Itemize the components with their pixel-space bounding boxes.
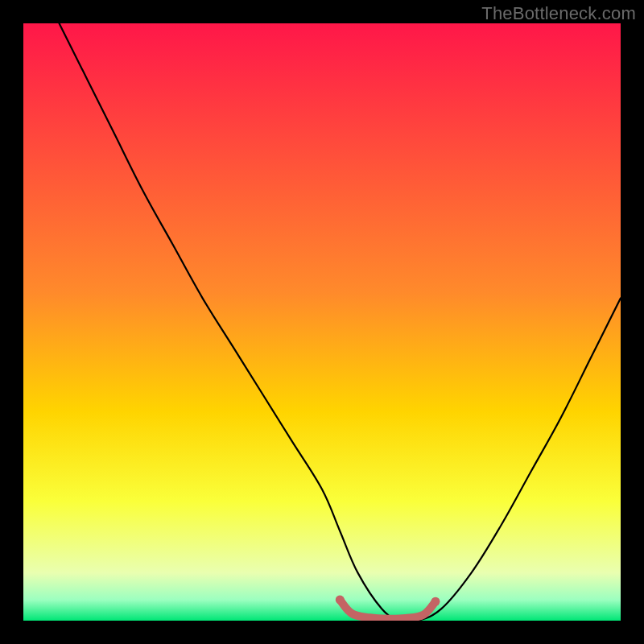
chart-svg — [23, 23, 621, 621]
watermark-text: TheBottleneck.com — [481, 3, 636, 24]
gradient-background — [23, 23, 621, 621]
plot-area — [23, 23, 621, 621]
optimal-range-start — [336, 596, 345, 605]
chart-frame: TheBottleneck.com — [0, 0, 644, 644]
optimal-range-end — [431, 597, 440, 606]
